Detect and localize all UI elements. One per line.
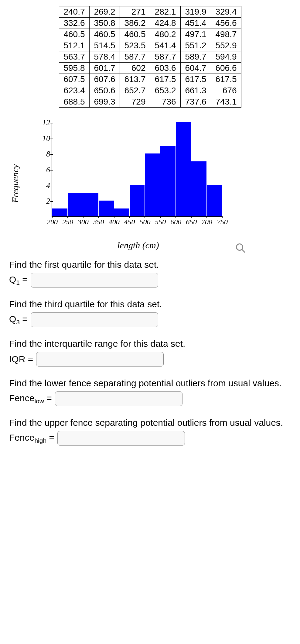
chart-plot-area: 200250300350400450500550600650700750 — [52, 123, 222, 217]
table-cell: 498.7 — [211, 29, 241, 40]
question-fence-low: Find the lower fence separating potentia… — [9, 378, 291, 406]
table-cell: 424.8 — [150, 18, 180, 29]
table-row: 688.5699.3729736737.6743.1 — [59, 96, 241, 108]
table-cell: 451.4 — [180, 18, 211, 29]
table-cell: 617.5 — [150, 74, 180, 85]
histogram-bar — [130, 185, 145, 216]
table-cell: 552.9 — [211, 40, 241, 51]
table-cell: 350.8 — [89, 18, 120, 29]
table-row: 623.4650.6652.7653.2661.3676 — [59, 85, 241, 96]
table-row: 607.5607.6613.7617.5617.5617.5 — [59, 74, 241, 85]
histogram-bar — [114, 208, 129, 216]
table-cell: 729 — [120, 96, 150, 108]
q1-input[interactable] — [31, 273, 158, 288]
table-row: 240.7269.2271282.1319.9329.4 — [59, 6, 241, 18]
x-tick-label: 250 — [62, 218, 73, 226]
table-cell: 587.7 — [150, 51, 180, 63]
table-cell: 589.7 — [180, 51, 211, 63]
histogram-bar — [191, 161, 206, 216]
y-tick-label: 8 — [39, 150, 50, 159]
y-tick-label: 10 — [39, 134, 50, 143]
table-cell: 282.1 — [150, 6, 180, 18]
fence-low-label: Fencelow = — [9, 393, 52, 405]
table-cell: 456.6 — [211, 18, 241, 29]
fence-high-input[interactable] — [57, 431, 185, 446]
table-cell: 329.4 — [211, 6, 241, 18]
y-tick-label: 4 — [39, 181, 50, 190]
fence-high-label: Fencehigh = — [9, 432, 54, 444]
table-cell: 578.4 — [89, 51, 120, 63]
q1-prompt: Find the first quartile for this data se… — [9, 260, 291, 270]
x-tick-label: 550 — [155, 218, 166, 226]
table-cell: 623.4 — [59, 85, 89, 96]
table-cell: 617.5 — [211, 74, 241, 85]
x-tick-label: 600 — [170, 218, 181, 226]
table-cell: 480.2 — [150, 29, 180, 40]
histogram-chart: Frequency 200250300350400450500550600650… — [21, 120, 234, 247]
table-cell: 603.6 — [150, 63, 180, 74]
table-row: 512.1514.5523.5541.4551.2552.9 — [59, 40, 241, 51]
histogram-bar — [52, 208, 67, 216]
table-cell: 541.4 — [150, 40, 180, 51]
table-cell: 650.6 — [89, 85, 120, 96]
table-cell: 602 — [120, 63, 150, 74]
question-q3: Find the third quartile for this data se… — [9, 299, 291, 327]
table-cell: 594.9 — [211, 51, 241, 63]
x-tick-label: 400 — [109, 218, 120, 226]
x-tick-label: 350 — [93, 218, 104, 226]
table-cell: 551.2 — [180, 40, 211, 51]
question-q1: Find the first quartile for this data se… — [9, 260, 291, 288]
table-cell: 652.7 — [120, 85, 150, 96]
chart-ylabel: Frequency — [10, 164, 20, 203]
x-tick-label: 500 — [139, 218, 150, 226]
fence-high-prompt: Find the upper fence separating potentia… — [9, 418, 291, 428]
table-cell: 676 — [211, 85, 241, 96]
table-cell: 617.5 — [180, 74, 211, 85]
table-cell: 240.7 — [59, 6, 89, 18]
table-row: 563.7578.4587.7587.7589.7594.9 — [59, 51, 241, 63]
table-cell: 386.2 — [120, 18, 150, 29]
x-tick-label: 750 — [217, 218, 228, 226]
table-cell: 604.7 — [180, 63, 211, 74]
table-cell: 688.5 — [59, 96, 89, 108]
data-table: 240.7269.2271282.1319.9329.4332.6350.838… — [59, 6, 241, 108]
table-cell: 460.5 — [89, 29, 120, 40]
table-cell: 587.7 — [120, 51, 150, 63]
table-cell: 512.1 — [59, 40, 89, 51]
histogram-bar — [207, 185, 222, 216]
x-tick-label: 450 — [124, 218, 135, 226]
histogram-bar — [68, 193, 83, 217]
q3-input[interactable] — [31, 312, 158, 327]
table-cell: 736 — [150, 96, 180, 108]
svg-point-0 — [237, 244, 243, 250]
table-cell: 332.6 — [59, 18, 89, 29]
histogram-bar — [83, 193, 98, 217]
q3-label: Q3 = — [9, 314, 28, 326]
table-cell: 607.6 — [89, 74, 120, 85]
table-cell: 523.5 — [120, 40, 150, 51]
table-cell: 595.8 — [59, 63, 89, 74]
table-cell: 514.5 — [89, 40, 120, 51]
table-cell: 319.9 — [180, 6, 211, 18]
fence-low-input[interactable] — [55, 391, 182, 406]
q3-prompt: Find the third quartile for this data se… — [9, 299, 291, 309]
table-row: 460.5460.5460.5480.2497.1498.7 — [59, 29, 241, 40]
magnify-icon[interactable] — [235, 243, 246, 253]
iqr-input[interactable] — [36, 352, 164, 367]
question-iqr: Find the interquartile range for this da… — [9, 339, 291, 367]
table-cell: 460.5 — [59, 29, 89, 40]
table-cell: 607.5 — [59, 74, 89, 85]
svg-line-1 — [242, 250, 245, 253]
table-cell: 269.2 — [89, 6, 120, 18]
y-tick-label: 2 — [39, 197, 50, 206]
question-fence-high: Find the upper fence separating potentia… — [9, 418, 291, 446]
y-tick-label: 6 — [39, 165, 50, 174]
fence-low-prompt: Find the lower fence separating potentia… — [9, 378, 291, 388]
table-cell: 613.7 — [120, 74, 150, 85]
table-row: 332.6350.8386.2424.8451.4456.6 — [59, 18, 241, 29]
table-cell: 601.7 — [89, 63, 120, 74]
x-tick-label: 700 — [201, 218, 212, 226]
iqr-label: IQR = — [9, 354, 33, 364]
table-cell: 497.1 — [180, 29, 211, 40]
table-cell: 460.5 — [120, 29, 150, 40]
